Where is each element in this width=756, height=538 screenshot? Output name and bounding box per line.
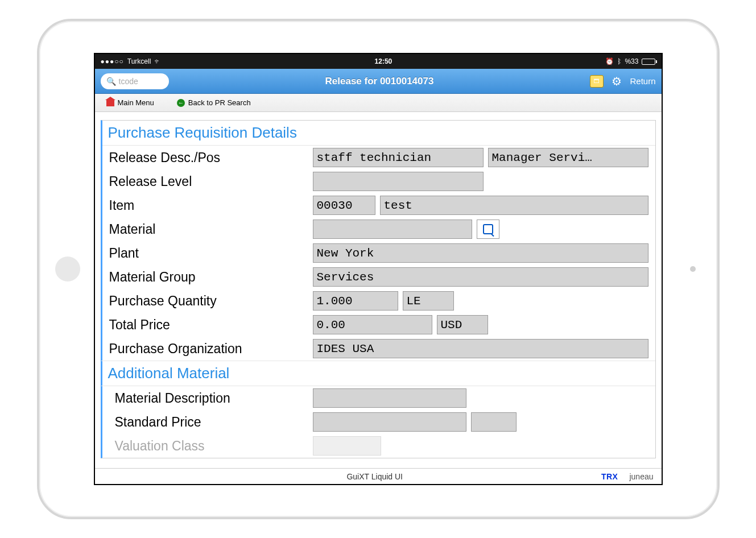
label-plant: Plant: [109, 246, 308, 261]
field-item-text[interactable]: test: [380, 196, 648, 215]
back-arrow-icon: ←: [177, 99, 185, 107]
tcode-search[interactable]: 🔍 tcode: [101, 73, 169, 89]
row-total-price: Total Price 0.00 USD: [102, 313, 655, 337]
field-material[interactable]: [313, 220, 472, 239]
home-button[interactable]: [55, 256, 80, 282]
row-release-level: Release Level: [102, 169, 655, 193]
carrier-label: Turkcell: [127, 57, 151, 65]
field-release-desc-2[interactable]: Manager Servi…: [488, 148, 648, 167]
field-purchase-org[interactable]: IDES USA: [313, 339, 648, 358]
field-standard-price-unit[interactable]: [471, 412, 517, 432]
nav-bar: 🔍 tcode Release for 0010014073 🗔 ⚙ Retur…: [95, 69, 662, 94]
label-valuation-class: Valuation Class: [109, 438, 308, 454]
label-material-group: Material Group: [109, 270, 308, 285]
row-valuation-class: Valuation Class: [102, 434, 655, 458]
main-menu-label: Main Menu: [118, 98, 154, 107]
screen: ●●●○○ Turkcell ᯤ 12:50 ⏰ ᛒ %33 🔍 tcode R…: [94, 53, 663, 485]
label-purchase-qty: Purchase Quantity: [109, 293, 308, 309]
footer-product-label: GuiXT Liquid UI: [148, 472, 601, 481]
gear-icon[interactable]: ⚙: [612, 75, 622, 88]
back-pr-search-button[interactable]: ← Back to PR Search: [177, 98, 251, 107]
sap-icon[interactable]: 🗔: [590, 75, 604, 88]
search-icon: 🔍: [106, 77, 116, 86]
label-release-level: Release Level: [109, 174, 308, 189]
wifi-icon: ᯤ: [154, 57, 161, 65]
field-material-desc[interactable]: [313, 388, 466, 408]
toolbar: Main Menu ← Back to PR Search: [95, 94, 662, 112]
content-area: Purchase Requisition Details Release Des…: [95, 112, 662, 468]
search-placeholder: tcode: [119, 77, 138, 86]
field-plant[interactable]: New York: [313, 243, 648, 263]
section-additional-material: Additional Material: [101, 361, 655, 386]
field-material-group[interactable]: Services: [313, 267, 648, 287]
field-release-level[interactable]: [313, 172, 484, 191]
row-release-desc: Release Desc./Pos staff technician Manag…: [102, 146, 655, 169]
camera-dot: [690, 266, 696, 272]
return-button[interactable]: Return: [630, 76, 655, 86]
field-standard-price[interactable]: [313, 412, 466, 432]
home-icon: [106, 100, 114, 106]
alarm-icon: ⏰: [605, 57, 614, 65]
row-plant: Plant New York: [102, 241, 655, 265]
field-valuation-class[interactable]: [313, 436, 381, 456]
search-help-icon: [483, 224, 493, 234]
status-time: 12:50: [375, 57, 393, 65]
label-item: Item: [109, 198, 308, 213]
battery-percent: %33: [625, 57, 638, 65]
form-panel: Purchase Requisition Details Release Des…: [101, 120, 656, 458]
server-label: juneau: [629, 472, 653, 481]
row-material: Material: [102, 217, 655, 241]
field-qty-unit[interactable]: LE: [403, 291, 454, 311]
status-bar: ●●●○○ Turkcell ᯤ 12:50 ⏰ ᛒ %33: [95, 54, 662, 69]
battery-icon: [642, 59, 655, 65]
field-release-desc-1[interactable]: staff technician: [313, 148, 484, 167]
main-menu-button[interactable]: Main Menu: [106, 98, 154, 107]
label-material: Material: [109, 222, 308, 237]
label-standard-price: Standard Price: [109, 415, 308, 430]
label-material-desc: Material Description: [109, 391, 308, 406]
field-total-price[interactable]: 0.00: [313, 315, 432, 334]
tablet-frame: ●●●○○ Turkcell ᯤ 12:50 ⏰ ᛒ %33 🔍 tcode R…: [37, 19, 720, 519]
row-material-desc: Material Description: [102, 386, 655, 410]
label-total-price: Total Price: [109, 317, 308, 333]
section-pr-details: Purchase Requisition Details: [102, 121, 655, 146]
material-lookup-button[interactable]: [477, 220, 499, 239]
signal-dots-icon: ●●●○○: [101, 57, 124, 65]
field-item-no[interactable]: 00030: [313, 196, 375, 215]
bluetooth-icon: ᛒ: [617, 57, 621, 65]
row-standard-price: Standard Price: [102, 410, 655, 434]
row-purchase-org: Purchase Organization IDES USA: [102, 337, 655, 361]
trx-button[interactable]: TRX: [601, 472, 618, 481]
row-purchase-qty: Purchase Quantity 1.000 LE: [102, 289, 655, 313]
label-purchase-org: Purchase Organization: [109, 341, 308, 357]
back-pr-search-label: Back to PR Search: [188, 98, 251, 107]
page-title: Release for 0010014073: [169, 76, 590, 87]
row-item: Item 00030 test: [102, 193, 655, 217]
row-material-group: Material Group Services: [102, 265, 655, 289]
label-release-desc: Release Desc./Pos: [109, 150, 308, 165]
field-qty[interactable]: 1.000: [313, 291, 398, 311]
field-currency[interactable]: USD: [437, 315, 488, 334]
footer-bar: GuiXT Liquid UI TRX juneau: [95, 468, 662, 484]
